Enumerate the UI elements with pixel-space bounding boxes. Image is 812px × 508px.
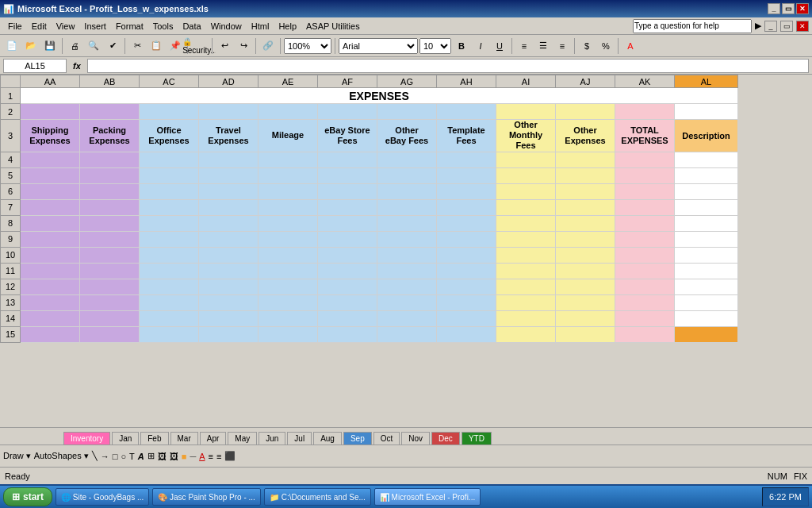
zoom-select[interactable]: 100%: [284, 38, 331, 54]
cell-ai15[interactable]: [496, 326, 556, 342]
taskbar-item-goodybags[interactable]: 🌐 Site - GoodyBags ...: [56, 488, 149, 506]
cell-ai13[interactable]: [496, 294, 556, 310]
tab-jun[interactable]: Jun: [259, 432, 285, 444]
cell-af4[interactable]: [318, 152, 377, 167]
sheet-scroll-area[interactable]: AA AB AC AD AE AF AG AH AI AJ AK AL: [0, 75, 812, 427]
cell-ab6[interactable]: [80, 183, 140, 199]
redo-button[interactable]: ↪: [235, 37, 252, 55]
cell-ac12[interactable]: [140, 279, 199, 294]
cell-ai4[interactable]: [496, 152, 556, 167]
cell-af12[interactable]: [318, 279, 377, 294]
cell-ah2[interactable]: [437, 104, 496, 120]
cell-ae5[interactable]: [259, 167, 318, 183]
cell-ab14[interactable]: [80, 310, 140, 326]
cell-aj15[interactable]: [556, 326, 615, 342]
draw-arrow-icon[interactable]: →: [101, 452, 109, 461]
cell-ai10[interactable]: [496, 247, 556, 263]
cell-ai7[interactable]: [496, 199, 556, 215]
cell-aj11[interactable]: [556, 263, 615, 279]
cell-ae9[interactable]: [259, 231, 318, 247]
menu-format[interactable]: Format: [111, 20, 148, 33]
cell-aa2[interactable]: [21, 104, 80, 120]
col-header-al[interactable]: AL: [675, 75, 738, 88]
spellcheck-button[interactable]: ✔: [104, 37, 121, 55]
cell-ad12[interactable]: [199, 279, 259, 294]
cell-al6[interactable]: [675, 183, 738, 199]
col-header-ai[interactable]: AI: [496, 75, 556, 88]
cell-ag11[interactable]: [377, 263, 437, 279]
cut-button[interactable]: ✂: [128, 37, 146, 55]
cell-ah4[interactable]: [437, 152, 496, 167]
cell-ad11[interactable]: [199, 263, 259, 279]
header-shipping[interactable]: ShippingExpenses: [21, 120, 80, 152]
header-total[interactable]: TOTALEXPENSES: [615, 120, 675, 152]
start-button[interactable]: ⊞ start: [3, 487, 52, 506]
tab-dec[interactable]: Dec: [431, 432, 460, 444]
cell-al13[interactable]: [675, 294, 738, 310]
cell-aj12[interactable]: [556, 279, 615, 294]
menu-data[interactable]: Data: [178, 20, 205, 33]
col-header-ae[interactable]: AE: [259, 75, 318, 88]
header-ebay-store[interactable]: eBay StoreFees: [318, 120, 377, 152]
cell-aa5[interactable]: [21, 167, 80, 183]
cell-af6[interactable]: [318, 183, 377, 199]
save-button[interactable]: 💾: [41, 37, 59, 55]
cell-ag2[interactable]: [377, 104, 437, 120]
align-center-button[interactable]: ☰: [534, 37, 552, 55]
header-other-expenses[interactable]: OtherExpenses: [556, 120, 615, 152]
cell-ai8[interactable]: [496, 215, 556, 231]
draw-line-icon[interactable]: ╲: [92, 451, 98, 461]
cell-ae6[interactable]: [259, 183, 318, 199]
header-other-monthly[interactable]: OtherMonthlyFees: [496, 120, 556, 152]
cell-ag8[interactable]: [377, 215, 437, 231]
cell-ah15[interactable]: [437, 326, 496, 342]
cell-ak10[interactable]: [615, 247, 675, 263]
cell-aa12[interactable]: [21, 279, 80, 294]
minimize-button[interactable]: _: [768, 3, 780, 14]
col-header-ab[interactable]: AB: [80, 75, 140, 88]
percent-button[interactable]: %: [597, 37, 615, 55]
draw-label[interactable]: Draw ▾: [3, 451, 31, 461]
cell-ah8[interactable]: [437, 215, 496, 231]
close-excel-button[interactable]: ✕: [796, 21, 809, 32]
cell-af14[interactable]: [318, 310, 377, 326]
cell-af10[interactable]: [318, 247, 377, 263]
col-header-ah[interactable]: AH: [437, 75, 496, 88]
cell-ac8[interactable]: [140, 215, 199, 231]
cell-ab13[interactable]: [80, 294, 140, 310]
draw-line-color-icon[interactable]: ─: [190, 452, 196, 461]
cell-ad7[interactable]: [199, 199, 259, 215]
cell-aa10[interactable]: [21, 247, 80, 263]
cell-aa4[interactable]: [21, 152, 80, 167]
formula-input[interactable]: [87, 59, 809, 73]
cell-ak8[interactable]: [615, 215, 675, 231]
preview-button[interactable]: 🔍: [85, 37, 102, 55]
draw-more-icon[interactable]: ≡: [216, 452, 221, 461]
cell-aj10[interactable]: [556, 247, 615, 263]
cell-al10[interactable]: [675, 247, 738, 263]
insert-link-button[interactable]: 🔗: [259, 37, 277, 55]
cell-ab10[interactable]: [80, 247, 140, 263]
cell-ab8[interactable]: [80, 215, 140, 231]
cell-af15[interactable]: [318, 326, 377, 342]
tab-jan[interactable]: Jan: [112, 432, 139, 444]
cell-al12[interactable]: [675, 279, 738, 294]
header-description[interactable]: Description: [675, 120, 738, 152]
draw-rect-icon[interactable]: □: [113, 452, 118, 461]
cell-ad5[interactable]: [199, 167, 259, 183]
cell-al2[interactable]: [675, 104, 738, 120]
restore-excel-button[interactable]: ▭: [780, 21, 793, 32]
cell-ac5[interactable]: [140, 167, 199, 183]
cell-ak13[interactable]: [615, 294, 675, 310]
undo-button[interactable]: ↩: [216, 37, 233, 55]
tab-aug[interactable]: Aug: [313, 432, 342, 444]
cell-ak2[interactable]: [615, 104, 675, 120]
cell-ag7[interactable]: [377, 199, 437, 215]
cell-ac6[interactable]: [140, 183, 199, 199]
cell-ac7[interactable]: [140, 199, 199, 215]
cell-ae14[interactable]: [259, 310, 318, 326]
underline-button[interactable]: U: [491, 37, 508, 55]
cell-ab7[interactable]: [80, 199, 140, 215]
cell-af7[interactable]: [318, 199, 377, 215]
align-left-button[interactable]: ≡: [515, 37, 533, 55]
